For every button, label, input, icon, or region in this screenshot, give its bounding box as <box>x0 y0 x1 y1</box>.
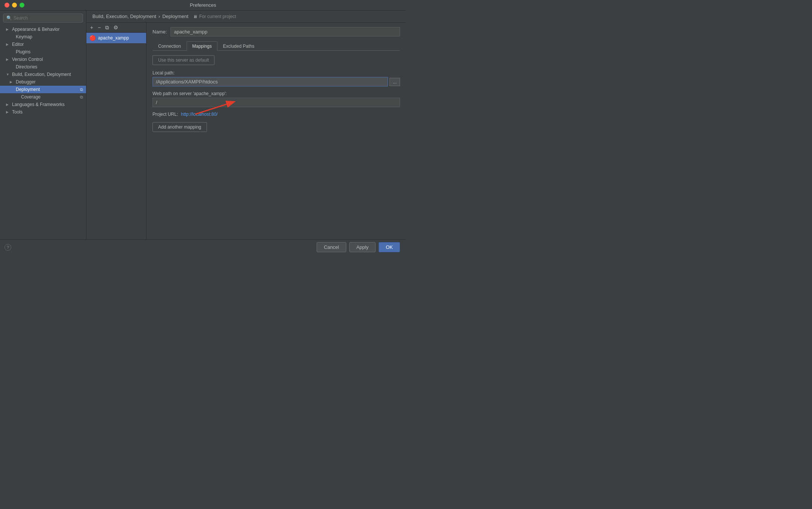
copy-page-icon2: ⧉ <box>80 95 83 100</box>
sidebar-item-label: Version Control <box>12 57 43 62</box>
server-item-icon: 🔴 <box>89 35 96 41</box>
window-title: Preferences <box>190 2 216 8</box>
maximize-button[interactable] <box>20 3 24 8</box>
tab-bar: Connection Mappings Excluded Paths <box>152 41 400 51</box>
server-list: + − ⧉ ⚙ 🔴 apache_xampp <box>86 23 146 239</box>
sidebar-item-keymap[interactable]: Keymap <box>0 33 86 41</box>
sidebar-item-label: Keymap <box>16 34 32 39</box>
project-url-label: Project URL: <box>152 112 178 117</box>
deployment-panel: + − ⧉ ⚙ 🔴 apache_xampp Name: <box>86 23 406 239</box>
sidebar: 🔍 ▶ Appearance & Behavior Keymap ▶ Edito… <box>0 11 86 239</box>
tab-mappings[interactable]: Mappings <box>187 41 217 51</box>
use-default-button[interactable]: Use this server as default <box>152 55 214 65</box>
tab-excluded-paths[interactable]: Excluded Paths <box>217 41 260 51</box>
sidebar-item-label: Appearance & Behavior <box>12 27 60 32</box>
remove-server-button[interactable]: − <box>96 24 102 31</box>
apply-button[interactable]: Apply <box>349 242 376 252</box>
copy-server-button[interactable]: ⧉ <box>104 24 110 31</box>
sidebar-item-label: Coverage <box>21 94 41 100</box>
sidebar-item-editor[interactable]: ▶ Editor <box>0 41 86 48</box>
breadcrumb-path: Build, Execution, Deployment <box>92 14 156 19</box>
expand-arrow-icon: ▶ <box>6 27 10 31</box>
name-label: Name: <box>152 29 167 35</box>
project-url-row: Project URL: http://localhost:80/ <box>152 112 400 117</box>
tab-connection[interactable]: Connection <box>152 41 187 51</box>
settings-server-button[interactable]: ⚙ <box>112 24 120 31</box>
sidebar-item-build[interactable]: ▼ Build, Execution, Deployment <box>0 71 86 78</box>
server-config: Name: Connection Mappings Excluded Paths… <box>146 23 406 239</box>
sidebar-item-label: Languages & Frameworks <box>12 102 65 107</box>
sidebar-item-label: Build, Execution, Deployment <box>12 72 71 77</box>
bottom-bar: Cancel Apply OK <box>0 239 406 254</box>
search-input[interactable] <box>14 15 80 21</box>
server-toolbar: + − ⧉ ⚙ <box>86 23 146 33</box>
breadcrumb-context: For current project <box>199 14 236 19</box>
local-path-input[interactable] <box>152 77 388 86</box>
expand-arrow-icon: ▼ <box>6 73 10 76</box>
close-button[interactable] <box>5 3 9 8</box>
server-item-name: apache_xampp <box>98 35 129 41</box>
local-path-row: ... <box>152 77 400 86</box>
add-mapping-button[interactable]: Add another mapping <box>152 122 207 132</box>
local-path-group: Local path: ... <box>152 70 400 86</box>
breadcrumb-current: Deployment <box>162 14 188 19</box>
sidebar-item-label: Directories <box>16 64 37 70</box>
expand-arrow-icon: ▶ <box>6 58 10 61</box>
add-server-button[interactable]: + <box>89 24 95 31</box>
breadcrumb-context-icon: 🖥 <box>193 14 197 19</box>
local-path-label: Local path: <box>152 70 400 76</box>
name-input[interactable] <box>171 27 400 36</box>
sidebar-item-coverage[interactable]: Coverage ⧉ <box>0 93 86 101</box>
sidebar-item-appearance[interactable]: ▶ Appearance & Behavior <box>0 26 86 33</box>
titlebar: Preferences <box>0 0 406 11</box>
sidebar-item-label: Tools <box>12 109 23 115</box>
main-layout: 🔍 ▶ Appearance & Behavior Keymap ▶ Edito… <box>0 11 406 239</box>
sidebar-item-tools[interactable]: ▶ Tools <box>0 108 86 116</box>
help-button[interactable]: ? <box>5 244 11 251</box>
sidebar-item-label: Deployment <box>16 87 40 92</box>
sidebar-item-label: Editor <box>12 42 24 47</box>
expand-arrow-icon: ▶ <box>10 80 14 84</box>
sidebar-item-label: Debugger <box>16 79 36 85</box>
sidebar-item-plugins[interactable]: Plugins <box>0 48 86 56</box>
minimize-button[interactable] <box>12 3 17 8</box>
search-icon: 🔍 <box>6 15 12 21</box>
local-path-browse-button[interactable]: ... <box>389 78 400 86</box>
ok-button[interactable]: OK <box>379 242 400 252</box>
sidebar-item-deployment[interactable]: Deployment ⧉ <box>0 86 86 93</box>
expand-arrow-icon: ▶ <box>6 42 10 46</box>
sidebar-item-label: Plugins <box>16 49 30 55</box>
sidebar-item-version-control[interactable]: ▶ Version Control <box>0 56 86 63</box>
server-list-item[interactable]: 🔴 apache_xampp <box>86 33 146 43</box>
web-path-group: Web path on server 'apache_xampp': <box>152 91 400 107</box>
web-path-row <box>152 98 400 107</box>
sidebar-item-debugger[interactable]: ▶ Debugger <box>0 78 86 86</box>
expand-arrow-icon: ▶ <box>6 103 10 106</box>
content-area: Build, Execution, Deployment › Deploymen… <box>86 11 406 239</box>
copy-page-icon: ⧉ <box>80 87 83 92</box>
sidebar-item-directories[interactable]: Directories <box>0 63 86 71</box>
window-controls <box>5 3 24 8</box>
web-path-input[interactable] <box>152 98 400 107</box>
expand-arrow-icon: ▶ <box>6 110 10 114</box>
web-path-label: Web path on server 'apache_xampp': <box>152 91 400 96</box>
breadcrumb-separator: › <box>158 14 160 19</box>
breadcrumb: Build, Execution, Deployment › Deploymen… <box>86 11 406 23</box>
cancel-button[interactable]: Cancel <box>317 242 346 252</box>
search-box[interactable]: 🔍 <box>3 14 83 23</box>
name-row: Name: <box>152 27 400 36</box>
sidebar-item-languages[interactable]: ▶ Languages & Frameworks <box>0 101 86 108</box>
project-url-link[interactable]: http://localhost:80/ <box>181 112 217 117</box>
